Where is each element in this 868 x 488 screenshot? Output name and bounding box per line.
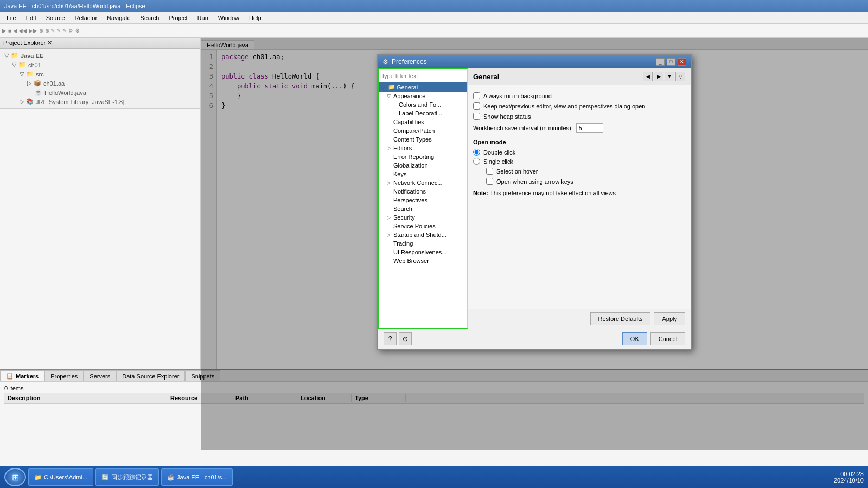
dialog-footer: ? ⊙ OK Cancel xyxy=(378,329,691,349)
menu-edit[interactable]: Edit xyxy=(22,14,41,22)
tree-item-web-browser[interactable]: Web Browser xyxy=(379,256,467,265)
ok-button[interactable]: OK xyxy=(622,332,647,345)
tree-item-ui-responsiveness[interactable]: UI Responsivenes... xyxy=(379,248,467,256)
tree-item-startup[interactable]: ▷ Startup and Shutd... xyxy=(379,230,467,239)
tree-item-search[interactable]: Search xyxy=(379,204,467,213)
nav-down-button[interactable]: ▼ xyxy=(665,72,674,81)
project-explorer-header: Project Explorer ✕ xyxy=(0,38,200,49)
info-icon-button[interactable]: ⊙ xyxy=(399,332,412,345)
single-click-label: Single click xyxy=(483,158,513,165)
workbench-save-row: Workbench save interval (in minutes): xyxy=(473,121,685,134)
editor-area: HelloWorld.java 123456 package ch01.aa; … xyxy=(201,38,868,450)
tree-item-keys[interactable]: Keys xyxy=(379,170,467,178)
tree-item-label-deco[interactable]: Label Decorati... xyxy=(379,109,467,118)
tab-servers[interactable]: Servers xyxy=(84,370,116,381)
content-nav-buttons: ◀ ▶ ▼ ▽ xyxy=(643,72,685,81)
preferences-dialog: ⚙ Preferences _ □ ✕ xyxy=(377,54,692,350)
tree-item-error-reporting[interactable]: Error Reporting xyxy=(379,152,467,161)
radio-double-click-row: Double click xyxy=(473,147,685,157)
preferences-content-panel: General ◀ ▶ ▼ ▽ xyxy=(468,68,691,329)
tree-item-tracing[interactable]: Tracing xyxy=(379,239,467,248)
taskbar-sync-recorder[interactable]: 🔄 同步跟踪记录器 xyxy=(95,468,159,486)
nav-back-button[interactable]: ◀ xyxy=(643,72,653,81)
taskbar-file-explorer[interactable]: 📁 C:\Users\Admi... xyxy=(28,468,93,486)
always-run-checkbox[interactable] xyxy=(473,92,480,99)
open-mode-label: Open mode xyxy=(473,139,685,145)
nav-forward-button[interactable]: ▶ xyxy=(654,72,663,81)
tab-markers[interactable]: 📋 Markers xyxy=(0,370,44,381)
footer-right-buttons: OK Cancel xyxy=(622,332,685,345)
eclipse-title-text: Java EE - ch01/src/ch01/aa/HelloWorld.ja… xyxy=(4,3,145,9)
tree-item-globalization[interactable]: Globalization xyxy=(379,161,467,170)
help-icon-button[interactable]: ? xyxy=(384,332,397,345)
markers-icon: 📋 xyxy=(6,373,14,380)
menu-source[interactable]: Source xyxy=(42,14,69,22)
taskbar-time: 00:02:23 xyxy=(834,471,864,477)
menu-refactor[interactable]: Refactor xyxy=(71,14,102,22)
open-arrow-checkbox[interactable] xyxy=(486,178,493,185)
show-heap-label: Show heap status xyxy=(483,113,531,120)
eclipse-window: Java EE - ch01/src/ch01/aa/HelloWorld.ja… xyxy=(0,0,868,488)
tree-item-perspectives[interactable]: Perspectives xyxy=(379,196,467,204)
tree-item-editors[interactable]: ▷ Editors xyxy=(379,144,467,152)
tree-item-network[interactable]: ▷ Network Connec... xyxy=(379,178,467,187)
menu-search[interactable]: Search xyxy=(136,14,164,22)
single-click-radio[interactable] xyxy=(473,158,480,165)
content-title: General xyxy=(473,73,499,81)
menu-project[interactable]: Project xyxy=(164,14,192,22)
footer-left-buttons: ? ⊙ xyxy=(384,332,412,345)
workbench-save-input[interactable] xyxy=(576,123,603,133)
tree-item-appearance[interactable]: ▽ Appearance xyxy=(379,92,467,100)
radio-single-click-row: Single click xyxy=(473,157,685,166)
dialog-title-buttons: _ □ ✕ xyxy=(656,58,686,66)
tree-item-colors[interactable]: Colors and Fo... xyxy=(379,100,467,109)
menu-navigate[interactable]: Navigate xyxy=(103,14,135,22)
select-hover-label: Select on hover xyxy=(496,168,538,175)
select-hover-checkbox[interactable] xyxy=(486,168,493,175)
tree-item-security[interactable]: ▷ Security xyxy=(379,213,467,222)
cancel-button[interactable]: Cancel xyxy=(650,332,685,345)
modal-overlay: ⚙ Preferences _ □ ✕ xyxy=(201,38,868,450)
tree-item-general[interactable]: ▽ 📁 General xyxy=(379,82,467,92)
file-explorer-icon: 📁 xyxy=(34,474,42,481)
menu-help[interactable]: Help xyxy=(245,14,266,22)
tree-item-compare-patch[interactable]: Compare/Patch xyxy=(379,126,467,135)
checkbox-open-arrow: Open when using arrow keys xyxy=(486,176,685,187)
tree-item-capabilities[interactable]: Capabilities xyxy=(379,118,467,126)
menu-bar: File Edit Source Refactor Navigate Searc… xyxy=(0,12,868,24)
checkbox-show-heap: Show heap status xyxy=(473,111,685,121)
checkbox-select-hover: Select on hover xyxy=(486,166,685,176)
filter-input[interactable] xyxy=(379,69,467,82)
col-description: Description xyxy=(4,394,167,402)
start-button[interactable]: ⊞ xyxy=(4,468,26,486)
workbench-save-label: Workbench save interval (in minutes): xyxy=(473,125,573,131)
checkbox-always-run: Always run in background xyxy=(473,91,685,101)
keep-next-label: Keep next/previous editor, view and pers… xyxy=(483,103,645,110)
menu-file[interactable]: File xyxy=(2,14,21,22)
checkbox-keep-next: Keep next/previous editor, view and pers… xyxy=(473,101,685,111)
nav-menu-button[interactable]: ▽ xyxy=(675,72,685,81)
note-row: Note: This preference may not take effec… xyxy=(473,187,685,200)
maximize-button[interactable]: □ xyxy=(667,58,675,66)
apply-button[interactable]: Apply xyxy=(654,312,685,325)
show-heap-checkbox[interactable] xyxy=(473,113,480,120)
taskbar-eclipse[interactable]: ☕ Java EE - ch01/s... xyxy=(161,468,233,486)
menu-run[interactable]: Run xyxy=(193,14,213,22)
restore-defaults-button[interactable]: Restore Defaults xyxy=(590,312,651,325)
minimize-button[interactable]: _ xyxy=(656,58,665,66)
tab-data-source-explorer[interactable]: Data Source Explorer xyxy=(116,370,185,381)
sub-checkboxes: Select on hover Open when using arrow ke… xyxy=(473,166,685,187)
tree-item-content-types[interactable]: Content Types xyxy=(379,135,467,144)
eclipse-title-bar: Java EE - ch01/src/ch01/aa/HelloWorld.ja… xyxy=(0,0,868,12)
double-click-label: Double click xyxy=(483,149,515,156)
double-click-radio[interactable] xyxy=(473,149,480,156)
tree-item-notifications[interactable]: Notifications xyxy=(379,187,467,196)
menu-window[interactable]: Window xyxy=(214,14,244,22)
close-button[interactable]: ✕ xyxy=(678,58,686,66)
keep-next-checkbox[interactable] xyxy=(473,102,480,110)
tree-item-service-policies[interactable]: Service Policies xyxy=(379,222,467,230)
project-tree: ▽📁Java EE ▽📁ch01 ▽📁src ▷📦ch01.aa ☕HelloW… xyxy=(0,49,200,109)
tab-properties[interactable]: Properties xyxy=(44,370,84,381)
always-run-label: Always run in background xyxy=(483,93,552,99)
open-arrow-label: Open when using arrow keys xyxy=(496,178,573,185)
